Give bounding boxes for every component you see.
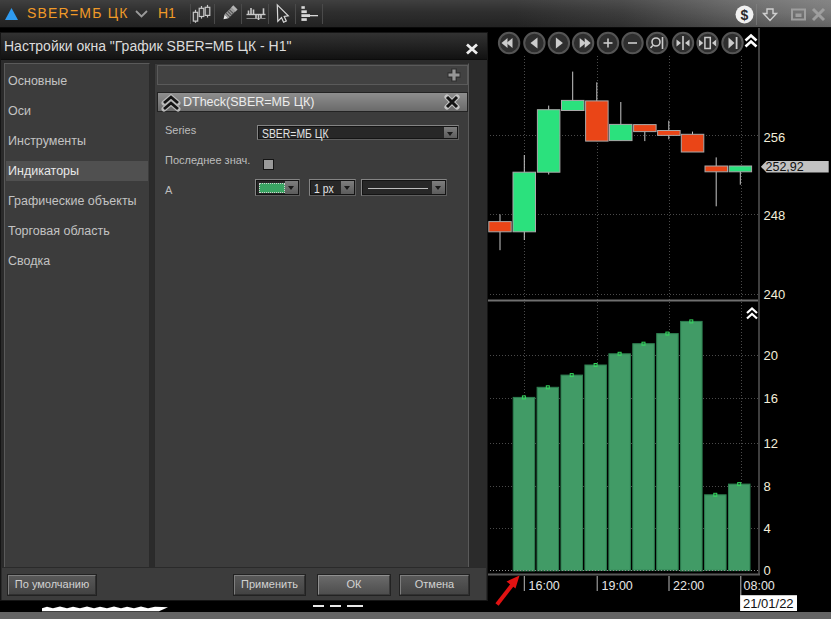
svg-text:19:00: 19:00 — [602, 579, 633, 593]
svg-text:4: 4 — [764, 521, 771, 536]
svg-text:248: 248 — [764, 208, 786, 223]
svg-text:16: 16 — [764, 391, 778, 406]
svg-text:12: 12 — [764, 436, 778, 451]
svg-text:0: 0 — [764, 563, 771, 578]
svg-text:22:00: 22:00 — [673, 579, 704, 593]
svg-text:256: 256 — [764, 130, 786, 145]
svg-text:16:00: 16:00 — [529, 579, 560, 593]
svg-text:240: 240 — [764, 287, 786, 302]
svg-text:252,92: 252,92 — [766, 160, 804, 174]
svg-text:20: 20 — [764, 348, 778, 363]
svg-text:$: $ — [741, 7, 749, 23]
svg-text:8: 8 — [764, 479, 771, 494]
svg-text:08:00: 08:00 — [744, 579, 775, 593]
